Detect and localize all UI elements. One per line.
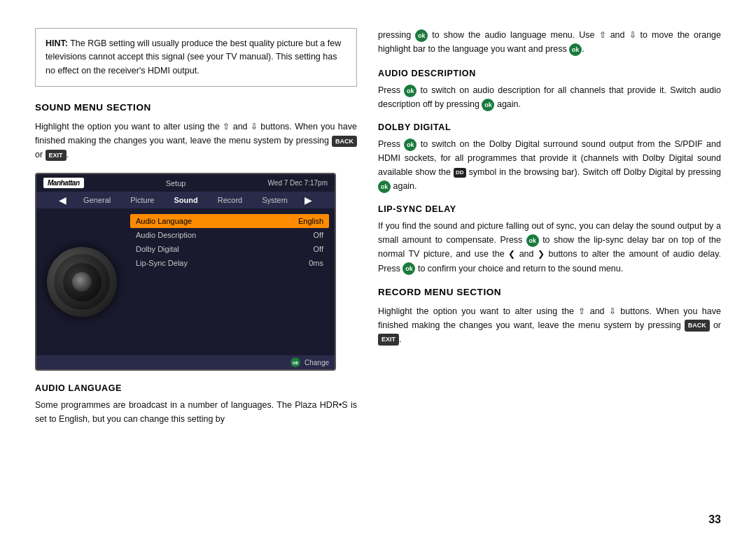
menu-row-dolby-digital: Dolby Digital Off — [130, 242, 329, 256]
ok-button-ls2: ok — [402, 262, 415, 275]
speaker-center — [72, 272, 92, 292]
menu-row-lip-sync: Lip-Sync Delay 0ms — [130, 256, 329, 270]
ok-button-dd: ok — [404, 138, 416, 151]
nav-left-arrow: ◀ — [59, 194, 66, 206]
left-arrow-icon-ls: ❮ — [508, 248, 515, 261]
right-pressing: pressing — [378, 30, 411, 40]
nav-picture: Picture — [127, 194, 157, 206]
nav-right-arrow: ▶ — [304, 194, 312, 206]
record-menu-section: Record Menu Section Highlight the option… — [378, 287, 721, 346]
dd-press: Press — [378, 139, 400, 149]
ok-button-icon-intro: ok — [415, 29, 428, 42]
hint-label: HINT: — [46, 38, 68, 48]
menu-row-audio-description: Audio Description Off — [130, 228, 329, 242]
sound-section-heading: Sound Menu Section — [35, 102, 357, 113]
audio-description-section: Audio Description Press ok to switch on … — [378, 69, 721, 111]
ls-and: and — [519, 249, 534, 259]
and-text: and — [233, 122, 251, 132]
exit-button-rec: EXIT — [378, 334, 399, 345]
record-section-text: Highlight the option you want to alter u… — [378, 304, 721, 346]
down-arrow-icon: ⇩ — [251, 120, 258, 134]
tv-speaker-graphic — [36, 208, 127, 355]
right-intro-text: pressing ok to show the audio language m… — [378, 28, 721, 56]
right-text2: to show the audio language menu. Use — [432, 30, 594, 40]
ok-button-ad: ok — [404, 85, 416, 97]
tv-title: Setup — [166, 179, 186, 187]
dolby-digital-heading: Dolby Digital — [378, 122, 721, 132]
menu-value-audio-language: English — [298, 217, 323, 225]
back-button-rec: BACK — [685, 320, 710, 331]
sound-section-text: Highlight the option you want to alter u… — [35, 120, 357, 162]
dolby-digital-section: Dolby Digital Press ok to switch on the … — [378, 122, 721, 193]
down-arrow-icon-right: ⇩ — [629, 29, 636, 42]
audio-language-section: Audio Language Some programmes are broad… — [35, 383, 357, 426]
menu-value-audio-description: Off — [314, 231, 323, 239]
page-container: HINT: The RGB setting will usually produ… — [0, 0, 756, 547]
left-column: HINT: The RGB setting will usually produ… — [35, 28, 357, 519]
ls-text5: to confirm your choice and return to the… — [418, 264, 623, 274]
rec-or: or — [713, 320, 721, 330]
footer-change-label: Change — [304, 359, 329, 367]
nav-record: Record — [215, 194, 245, 206]
up-arrow-icon: ⇧ — [223, 120, 230, 134]
menu-label-lip-sync: Lip-Sync Delay — [136, 259, 188, 267]
tv-menu: Audio Language English Audio Description… — [127, 208, 335, 355]
menu-value-lip-sync: 0ms — [309, 259, 323, 267]
record-section-heading: Record Menu Section — [378, 287, 721, 297]
audio-language-heading: Audio Language — [35, 383, 357, 393]
menu-value-dolby-digital: Off — [314, 245, 323, 253]
right-arrow-icon-ls: ❯ — [538, 248, 545, 261]
dd-text3: symbol in the browsing bar). Switch off … — [469, 167, 721, 177]
exit-button-icon: EXIT — [46, 150, 66, 161]
rec-and: and — [590, 306, 605, 316]
speaker-ring2 — [63, 263, 102, 301]
audio-description-heading: Audio Description — [378, 69, 721, 78]
footer-ok-icon: ok — [290, 357, 300, 367]
up-arrow-icon-rec: ⇧ — [578, 305, 585, 318]
tv-logo: Manhattan — [43, 178, 84, 188]
tv-footer: ok Change — [36, 355, 335, 369]
nav-sound: Sound — [172, 194, 201, 206]
menu-label-dolby-digital: Dolby Digital — [136, 245, 179, 253]
tv-nav: ◀ General Picture Sound Record System ▶ — [36, 192, 335, 208]
right-and: and — [610, 30, 625, 40]
audio-description-text: Press ok to switch on audio description … — [378, 83, 721, 111]
speaker-outer-ring — [47, 247, 117, 317]
ok-button-ls: ok — [526, 234, 539, 247]
tv-screen: Manhattan Setup Wed 7 Dec 7:17pm ◀ Gener… — [35, 173, 336, 371]
rec-text1: Highlight the option you want to alter u… — [378, 306, 574, 316]
dd-symbol-icon: DD — [454, 168, 466, 177]
sound-text1: Highlight the option you want to alter u… — [35, 122, 220, 132]
tv-datetime: Wed 7 Dec 7:17pm — [268, 179, 328, 187]
ad-press: Press — [378, 85, 400, 95]
sound-menu-section: Sound Menu Section Highlight the option … — [35, 102, 357, 162]
menu-label-audio-language: Audio Language — [136, 217, 192, 225]
menu-row-audio-language: Audio Language English — [130, 214, 329, 228]
ok-button-icon-intro2: ok — [569, 43, 582, 56]
ad-text3: again. — [497, 99, 521, 109]
ok-button-dd2: ok — [378, 180, 391, 193]
page-number: 33 — [708, 513, 721, 526]
dolby-digital-text: Press ok to switch on the Dolby Digital … — [378, 137, 721, 193]
down-arrow-icon-rec: ⇩ — [609, 305, 616, 318]
lip-sync-section: Lip-Sync Delay If you find the sound and… — [378, 204, 721, 275]
nav-general: General — [80, 194, 113, 206]
lip-sync-heading: Lip-Sync Delay — [378, 204, 721, 214]
ad-text2: to switch on audio description for all c… — [378, 85, 721, 109]
lip-sync-text: If you find the sound and picture fallin… — [378, 219, 721, 275]
tv-body: Audio Language English Audio Description… — [36, 208, 335, 355]
tv-header: Manhattan Setup Wed 7 Dec 7:17pm — [36, 174, 335, 192]
or-text: or — [35, 150, 43, 159]
right-column: pressing ok to show the audio language m… — [378, 28, 721, 519]
ok-button-ad2: ok — [482, 99, 494, 111]
hint-box: HINT: The RGB setting will usually produ… — [35, 28, 357, 87]
back-button-icon: BACK — [332, 136, 357, 147]
menu-label-audio-description: Audio Description — [136, 231, 196, 239]
speaker-ring1 — [54, 254, 110, 310]
audio-language-text: Some programmes are broadcast in a numbe… — [35, 398, 357, 426]
up-arrow-icon-right: ⇧ — [599, 29, 606, 42]
hint-text: The RGB setting will usually produce the… — [46, 38, 341, 76]
dd-text4: again. — [393, 181, 416, 191]
nav-system: System — [259, 194, 290, 206]
